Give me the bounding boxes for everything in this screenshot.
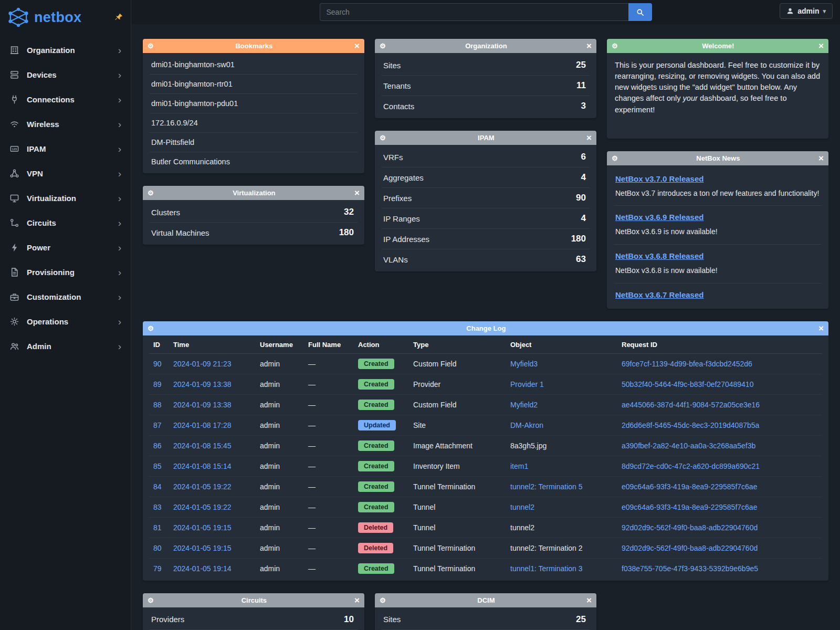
- close-icon[interactable]: ×: [586, 596, 592, 605]
- brand-name[interactable]: netbox: [34, 9, 81, 26]
- sidebar-item-operations[interactable]: Operations ›: [0, 309, 131, 334]
- stat-row[interactable]: Contacts 3: [382, 96, 590, 116]
- stat-row[interactable]: VLANs 63: [382, 249, 590, 269]
- bookmarks-widget-header[interactable]: ⚙ Bookmarks ×: [143, 39, 364, 53]
- changelog-request-id-link[interactable]: 92d02d9c-562f-49f0-baa8-adb22904760d: [622, 523, 758, 532]
- gear-icon[interactable]: ⚙: [612, 43, 618, 49]
- news-link[interactable]: NetBox v3.6.9 Released: [615, 213, 704, 222]
- search-input[interactable]: [320, 3, 628, 21]
- bookmark-item[interactable]: Butler Communications: [150, 152, 358, 171]
- organization-widget-header[interactable]: ⚙ Organization ×: [375, 39, 596, 53]
- sidebar-item-organization[interactable]: Organization ›: [0, 38, 131, 62]
- gear-icon[interactable]: ⚙: [380, 597, 386, 604]
- stat-row[interactable]: Clusters 32: [150, 202, 358, 223]
- search-button[interactable]: [628, 3, 652, 21]
- changelog-time-link[interactable]: 2024-01-08 15:14: [173, 462, 232, 470]
- changelog-request-id-link[interactable]: f038e755-705e-47f3-9433-5392b9e6b9e5: [622, 564, 758, 573]
- dcim-widget-header[interactable]: ⚙ DCIM ×: [375, 593, 596, 607]
- changelog-object-link[interactable]: DM-Akron: [510, 421, 543, 429]
- changelog-object-link[interactable]: tunnel2: [510, 503, 534, 511]
- close-icon[interactable]: ×: [586, 133, 592, 142]
- close-icon[interactable]: ×: [354, 596, 360, 605]
- changelog-request-id-link[interactable]: e09c64a6-93f3-419a-8ea9-229585f7c6ae: [622, 482, 757, 491]
- changelog-request-id-link[interactable]: ae445066-387d-44f1-9084-572a05ce3e16: [622, 401, 760, 409]
- changelog-id-link[interactable]: 90: [153, 360, 162, 368]
- changelog-request-id-link[interactable]: 50b32f40-5464-4f9c-b83f-0ef270489410: [622, 380, 753, 388]
- changelog-id-link[interactable]: 88: [153, 401, 162, 409]
- close-icon[interactable]: ×: [354, 41, 360, 50]
- sidebar-item-virtualization[interactable]: Virtualization ›: [0, 186, 131, 211]
- stat-row[interactable]: Providers 10: [150, 610, 358, 630]
- stat-row[interactable]: Virtual Machines 180: [150, 223, 358, 243]
- welcome-widget-header[interactable]: ⚙ Welcome! ×: [607, 39, 828, 53]
- gear-icon[interactable]: ⚙: [612, 155, 618, 162]
- changelog-id-link[interactable]: 89: [153, 380, 162, 388]
- close-icon[interactable]: ×: [586, 41, 592, 50]
- pin-icon[interactable]: [114, 13, 123, 22]
- news-link[interactable]: NetBox v3.7.0 Released: [615, 174, 704, 183]
- virtualization-widget-header[interactable]: ⚙ Virtualization ×: [143, 186, 364, 200]
- sidebar-item-ipam[interactable]: 123 IPAM ›: [0, 136, 131, 161]
- gear-icon[interactable]: ⚙: [380, 134, 386, 141]
- stat-row[interactable]: IP Ranges 4: [382, 208, 590, 229]
- changelog-time-link[interactable]: 2024-01-05 19:15: [173, 523, 232, 532]
- changelog-id-link[interactable]: 81: [153, 523, 162, 532]
- bookmark-item[interactable]: 172.16.0.9/24: [150, 113, 358, 133]
- changelog-id-link[interactable]: 79: [153, 564, 162, 573]
- close-icon[interactable]: ×: [818, 41, 824, 50]
- changelog-time-link[interactable]: 2024-01-05 19:14: [173, 564, 232, 573]
- changelog-widget-header[interactable]: ⚙ Change Log ×: [143, 321, 828, 335]
- changelog-time-link[interactable]: 2024-01-09 13:38: [173, 380, 232, 388]
- stat-row[interactable]: Sites 25: [382, 610, 590, 630]
- changelog-id-link[interactable]: 84: [153, 482, 162, 491]
- changelog-time-link[interactable]: 2024-01-08 15:45: [173, 442, 232, 450]
- changelog-time-link[interactable]: 2024-01-05 19:22: [173, 482, 232, 491]
- gear-icon[interactable]: ⚙: [148, 43, 154, 49]
- changelog-time-link[interactable]: 2024-01-09 13:38: [173, 401, 232, 409]
- changelog-object-link[interactable]: Provider 1: [510, 380, 544, 388]
- gear-icon[interactable]: ⚙: [148, 325, 154, 332]
- stat-row[interactable]: Aggregates 4: [382, 167, 590, 188]
- stat-row[interactable]: Sites 25: [382, 55, 590, 76]
- changelog-object-link[interactable]: tunnel1: Termination 3: [510, 564, 583, 573]
- close-icon[interactable]: ×: [818, 324, 824, 333]
- changelog-id-link[interactable]: 86: [153, 442, 162, 450]
- changelog-object-link[interactable]: Myfield3: [510, 360, 538, 368]
- gear-icon[interactable]: ⚙: [148, 597, 154, 604]
- changelog-object-link[interactable]: item1: [510, 462, 528, 470]
- gear-icon[interactable]: ⚙: [148, 190, 154, 196]
- changelog-request-id-link[interactable]: 92d02d9c-562f-49f0-baa8-adb22904760d: [622, 544, 758, 552]
- changelog-id-link[interactable]: 80: [153, 544, 162, 552]
- news-link[interactable]: NetBox v3.6.7 Released: [615, 290, 704, 299]
- sidebar-item-devices[interactable]: Devices ›: [0, 62, 131, 87]
- bookmark-item[interactable]: dmi01-binghamton-pdu01: [150, 94, 358, 113]
- stat-row[interactable]: VRFs 6: [382, 147, 590, 167]
- close-icon[interactable]: ×: [818, 154, 824, 163]
- sidebar-item-power[interactable]: Power ›: [0, 235, 131, 260]
- stat-row[interactable]: Prefixes 90: [382, 188, 590, 208]
- ipam-widget-header[interactable]: ⚙ IPAM ×: [375, 131, 596, 145]
- changelog-object-link[interactable]: tunnel2: Termination 5: [510, 482, 583, 491]
- changelog-request-id-link[interactable]: 2d6d6e8f-5465-45dc-8ec3-2019d4087b5a: [622, 421, 759, 429]
- changelog-request-id-link[interactable]: e09c64a6-93f3-419a-8ea9-229585f7c6ae: [622, 503, 757, 511]
- changelog-time-link[interactable]: 2024-01-09 21:23: [173, 360, 232, 368]
- user-menu-button[interactable]: admin ▾: [780, 3, 833, 19]
- gear-icon[interactable]: ⚙: [380, 43, 386, 49]
- bookmark-item[interactable]: dmi01-binghamton-rtr01: [150, 75, 358, 94]
- sidebar-item-admin[interactable]: Admin ›: [0, 334, 131, 359]
- changelog-id-link[interactable]: 87: [153, 421, 162, 429]
- stat-row[interactable]: Tenants 11: [382, 76, 590, 96]
- news-widget-header[interactable]: ⚙ NetBox News ×: [607, 151, 828, 165]
- changelog-time-link[interactable]: 2024-01-08 17:28: [173, 421, 232, 429]
- close-icon[interactable]: ×: [354, 188, 360, 197]
- changelog-object-link[interactable]: Myfield2: [510, 401, 538, 409]
- changelog-request-id-link[interactable]: 8d9cd72e-cd0c-47c2-a620-dc899a690c21: [622, 462, 760, 470]
- bookmark-item[interactable]: DM-Pittsfield: [150, 133, 358, 152]
- netbox-logo-icon[interactable]: [7, 7, 29, 27]
- changelog-id-link[interactable]: 83: [153, 503, 162, 511]
- bookmark-item[interactable]: dmi01-binghamton-sw01: [150, 55, 358, 75]
- sidebar-item-vpn[interactable]: VPN ›: [0, 161, 131, 186]
- changelog-time-link[interactable]: 2024-01-05 19:22: [173, 503, 232, 511]
- sidebar-item-wireless[interactable]: Wireless ›: [0, 112, 131, 136]
- stat-row[interactable]: IP Addresses 180: [382, 229, 590, 249]
